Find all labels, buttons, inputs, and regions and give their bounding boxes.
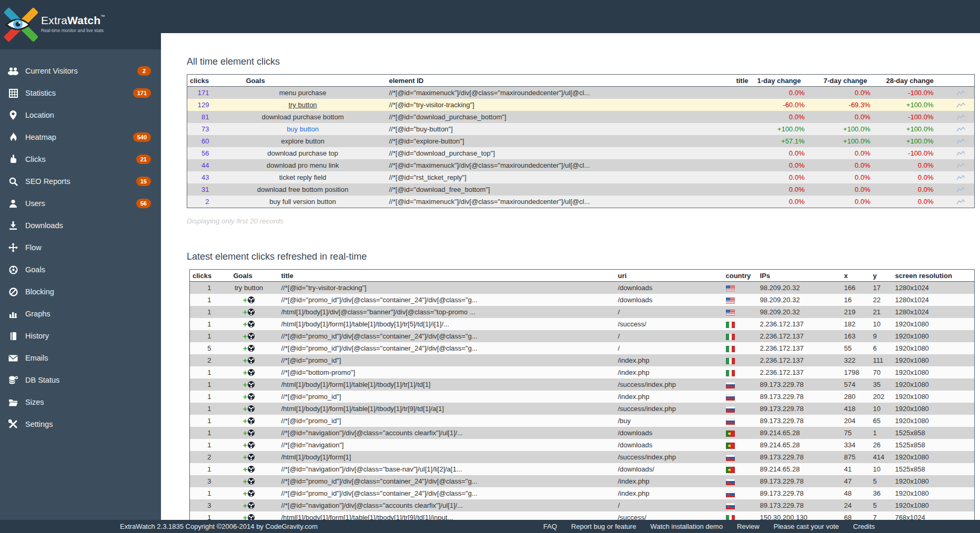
table-row[interactable]: 1 + //*[@id="promo_id"]/div[@class="cont… bbox=[190, 330, 975, 342]
clicks-value[interactable]: 31 bbox=[187, 183, 219, 196]
table-row[interactable]: 1 + //*[@id="bottom-promo"] /index.php 2… bbox=[190, 366, 975, 378]
footer-link[interactable]: Review bbox=[737, 522, 760, 530]
sidebar-item[interactable]: Statistics 171 bbox=[0, 82, 161, 104]
goal-cell[interactable]: + bbox=[219, 403, 279, 415]
sparkline-icon[interactable] bbox=[947, 147, 975, 159]
goal-cell[interactable]: + bbox=[219, 330, 279, 342]
sidebar-item[interactable]: Heatmap 540 bbox=[0, 126, 161, 148]
table-row[interactable]: 1 + //*[@id="promo_id"] /buy 89.173.229.… bbox=[190, 415, 975, 427]
add-goal-button[interactable]: + bbox=[243, 332, 255, 340]
table-row[interactable]: 31 download free bottom position //*[@id… bbox=[187, 183, 975, 196]
footer-link[interactable]: Report bug or feature bbox=[571, 522, 637, 530]
footer-link[interactable]: Credits bbox=[853, 522, 875, 530]
add-goal-button[interactable]: + bbox=[243, 404, 255, 412]
goal-cell[interactable]: + bbox=[219, 415, 279, 427]
table-row[interactable]: 129 try button //*[@id="try-visitor-trac… bbox=[187, 99, 975, 111]
clicks-value[interactable]: 171 bbox=[187, 87, 219, 99]
goal-label[interactable]: explore button bbox=[219, 135, 387, 147]
sidebar-item[interactable]: Users 56 bbox=[0, 192, 161, 214]
goal-cell[interactable]: + bbox=[219, 306, 279, 318]
sidebar-item[interactable]: Emails bbox=[0, 347, 161, 369]
goal-cell[interactable]: + bbox=[219, 451, 279, 463]
sidebar-item[interactable]: History bbox=[0, 325, 161, 347]
clicks-value[interactable]: 73 bbox=[187, 123, 219, 135]
sidebar-item[interactable]: Current Visitors 2 bbox=[0, 60, 161, 82]
goal-cell[interactable]: + bbox=[219, 294, 279, 306]
goal-cell[interactable]: + bbox=[219, 342, 279, 354]
goal-cell[interactable]: try button+ bbox=[219, 282, 279, 294]
col-7day[interactable]: 7-day change bbox=[819, 75, 884, 87]
table-row[interactable]: 73 buy button //*[@id="buy-button"] +100… bbox=[187, 123, 975, 135]
goal-cell[interactable]: + bbox=[219, 354, 279, 366]
goal-cell[interactable]: + bbox=[219, 475, 279, 487]
table-row[interactable]: 44 download pro menu link //*[@id="maxim… bbox=[187, 159, 975, 171]
col-ips[interactable]: IPs bbox=[758, 270, 842, 282]
col-1day[interactable]: 1-day change bbox=[752, 75, 819, 87]
table-row[interactable]: 1 + //*[@id="promo_id"] /index.php 89.17… bbox=[190, 391, 975, 403]
goal-cell[interactable]: + bbox=[219, 427, 279, 439]
sparkline-icon[interactable] bbox=[947, 111, 975, 123]
clicks-value[interactable]: 60 bbox=[187, 135, 219, 147]
clicks-value[interactable]: 129 bbox=[187, 99, 219, 111]
sidebar-item[interactable]: Downloads bbox=[0, 214, 161, 237]
clicks-value[interactable]: 43 bbox=[187, 171, 219, 183]
goal-label[interactable]: ticket reply field bbox=[219, 171, 387, 183]
goal-label[interactable]: try button bbox=[219, 99, 387, 111]
col-screen-resolution[interactable]: screen resolution bbox=[893, 270, 975, 282]
goal-cell[interactable]: + bbox=[219, 439, 279, 451]
goal-cell[interactable]: + bbox=[219, 366, 279, 378]
add-goal-button[interactable]: + bbox=[243, 295, 255, 303]
table-row[interactable]: 2 buy full version button //*[@id="maxim… bbox=[187, 196, 975, 208]
col-clicks[interactable]: clicks bbox=[190, 270, 219, 282]
table-row[interactable]: 1 + /html[1]/body[1]/form[1]/table[1]/tb… bbox=[190, 318, 975, 330]
sparkline-icon[interactable] bbox=[947, 123, 975, 135]
table-row[interactable]: 81 download purchase bottom //*[@id="dow… bbox=[187, 111, 975, 123]
goal-cell[interactable]: + bbox=[219, 511, 279, 520]
sparkline-icon[interactable] bbox=[947, 196, 975, 208]
add-goal-button[interactable]: + bbox=[243, 392, 255, 400]
table-row[interactable]: 5 + //*[@id="promo_id"]/div[@class="cont… bbox=[190, 342, 975, 354]
clicks-value[interactable]: 2 bbox=[187, 196, 219, 208]
goal-label[interactable]: menu purchase bbox=[219, 87, 387, 99]
add-goal-button[interactable]: + bbox=[243, 428, 255, 436]
footer-link[interactable]: FAQ bbox=[543, 522, 557, 530]
add-goal-button[interactable]: + bbox=[243, 308, 255, 315]
sidebar-item[interactable]: Goals bbox=[0, 259, 161, 281]
table-row[interactable]: 1 + //*[@id="promo_id"]/div[@class="cont… bbox=[190, 294, 975, 306]
goal-label[interactable]: download pro menu link bbox=[219, 159, 387, 171]
goal-label[interactable]: buy button bbox=[219, 123, 387, 135]
table-row[interactable]: 2 + //*[@id="promo_id"] /index.php 2.236… bbox=[190, 354, 975, 366]
add-goal-button[interactable]: + bbox=[243, 320, 255, 327]
add-goal-button[interactable]: + bbox=[243, 513, 255, 520]
goal-cell[interactable]: + bbox=[219, 391, 279, 403]
table-row[interactable]: 1 try button+ //*[@id="try-visitor-track… bbox=[190, 282, 975, 294]
col-uri[interactable]: uri bbox=[616, 270, 724, 282]
goal-label[interactable]: download purchase bottom bbox=[219, 111, 387, 123]
sparkline-icon[interactable] bbox=[947, 87, 975, 99]
col-element-id[interactable]: element ID bbox=[387, 75, 627, 87]
goal-cell[interactable]: + bbox=[219, 378, 279, 391]
clicks-value[interactable]: 81 bbox=[187, 111, 219, 123]
goal-label[interactable]: buy full version button bbox=[219, 196, 387, 208]
table-row[interactable]: 2 + /html[1]/body[1]/form[1] /success/in… bbox=[190, 451, 975, 463]
sidebar-item[interactable]: Location bbox=[0, 104, 161, 126]
add-goal-button[interactable]: + bbox=[243, 489, 255, 497]
footer-link[interactable]: Please cast your vote bbox=[774, 522, 839, 530]
sparkline-icon[interactable] bbox=[947, 183, 975, 196]
col-clicks[interactable]: clicks bbox=[187, 75, 219, 87]
table-row[interactable]: 56 download purchase top //*[@id="downlo… bbox=[187, 147, 975, 159]
col-y[interactable]: y bbox=[871, 270, 893, 282]
col-goals[interactable]: Goals bbox=[219, 270, 279, 282]
logo[interactable]: ExtraWatch™ Real-time monitor and live s… bbox=[0, 0, 161, 49]
table-row[interactable]: 1 + //*[@id="navigation"] /downloads 89.… bbox=[190, 439, 975, 451]
sparkline-icon[interactable] bbox=[947, 159, 975, 171]
add-goal-button[interactable]: + bbox=[243, 416, 255, 424]
col-country[interactable]: country bbox=[724, 270, 758, 282]
add-goal-button[interactable]: + bbox=[243, 356, 255, 364]
table-row[interactable]: 1 + /html[1]/body[1]/form[1]/table[1]/tb… bbox=[190, 378, 975, 391]
table-row[interactable]: 43 ticket reply field //*[@id="rst_ticke… bbox=[187, 171, 975, 183]
table-row[interactable]: 1 + /html[1]/body[1]/form[1]/table[1]/tb… bbox=[190, 511, 975, 520]
table-row[interactable]: 1 + /html[1]/body[1]/div[@class="banner"… bbox=[190, 306, 975, 318]
add-goal-button[interactable]: + bbox=[243, 344, 255, 352]
clicks-value[interactable]: 44 bbox=[187, 159, 219, 171]
